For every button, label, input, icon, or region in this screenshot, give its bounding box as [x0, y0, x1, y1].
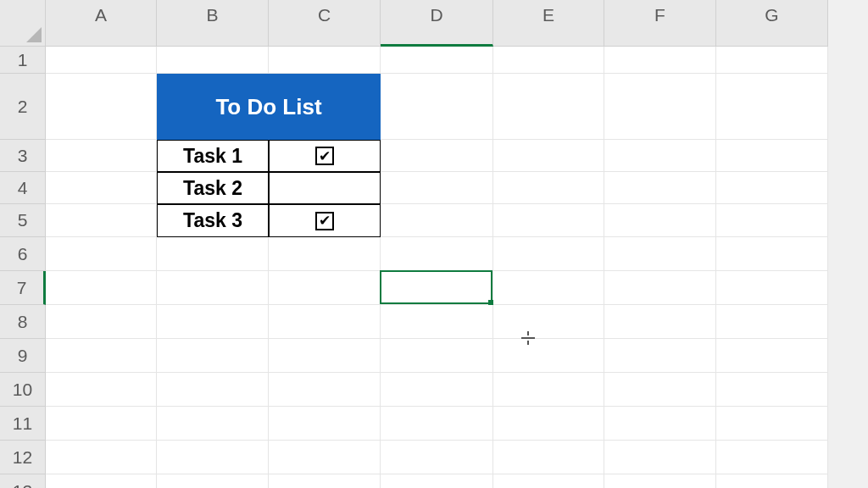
task-label[interactable]: Task 1: [157, 140, 269, 172]
task-label[interactable]: Task 2: [157, 172, 269, 204]
row-header-12[interactable]: 12: [0, 441, 46, 474]
cell-F1[interactable]: [604, 47, 716, 74]
col-header-A[interactable]: A: [46, 0, 157, 47]
cell-C1[interactable]: [269, 47, 381, 74]
cell-G2[interactable]: [716, 74, 828, 140]
cell-B11[interactable]: [157, 407, 269, 441]
cell-F4[interactable]: [604, 172, 716, 204]
cell-D7[interactable]: [381, 271, 493, 305]
cell-A13[interactable]: [46, 474, 157, 488]
cell-D9[interactable]: [381, 339, 493, 373]
cell-D8[interactable]: [381, 305, 493, 339]
cell-E11[interactable]: [493, 407, 604, 441]
cell-B7[interactable]: [157, 271, 269, 305]
cell-F2[interactable]: [604, 74, 716, 140]
cell-B8[interactable]: [157, 305, 269, 339]
cell-F9[interactable]: [604, 339, 716, 373]
cell-A7[interactable]: [46, 271, 157, 305]
row-header-5[interactable]: 5: [0, 204, 46, 237]
cell-A6[interactable]: [46, 237, 157, 271]
cell-C10[interactable]: [269, 373, 381, 407]
cell-A9[interactable]: [46, 339, 157, 373]
cell-C13[interactable]: [269, 474, 381, 488]
cell-C11[interactable]: [269, 407, 381, 441]
cell-D6[interactable]: [381, 237, 493, 271]
cell-A10[interactable]: [46, 373, 157, 407]
cell-E9[interactable]: [493, 339, 604, 373]
cell-A5[interactable]: [46, 204, 157, 237]
cell-D4[interactable]: [381, 172, 493, 204]
cell-F7[interactable]: [604, 271, 716, 305]
task-check-cell[interactable]: [269, 172, 381, 204]
cell-B10[interactable]: [157, 373, 269, 407]
cell-F11[interactable]: [604, 407, 716, 441]
col-header-G[interactable]: G: [716, 0, 828, 47]
cell-E13[interactable]: [493, 474, 604, 488]
cell-G9[interactable]: [716, 339, 828, 373]
row-header-10[interactable]: 10: [0, 373, 46, 407]
cell-E2[interactable]: [493, 74, 604, 140]
cell-E7[interactable]: [493, 271, 604, 305]
cell-F6[interactable]: [604, 237, 716, 271]
cell-B1[interactable]: [157, 47, 269, 74]
cell-F3[interactable]: [604, 140, 716, 172]
row-header-6[interactable]: 6: [0, 237, 46, 271]
cell-B12[interactable]: [157, 441, 269, 474]
row-header-11[interactable]: 11: [0, 407, 46, 441]
task-check-cell[interactable]: ✔: [269, 140, 381, 172]
task-label[interactable]: Task 3: [157, 204, 269, 237]
col-header-B[interactable]: B: [157, 0, 269, 47]
cell-A3[interactable]: [46, 140, 157, 172]
cell-C12[interactable]: [269, 441, 381, 474]
cell-E3[interactable]: [493, 140, 604, 172]
cell-A12[interactable]: [46, 441, 157, 474]
cell-B9[interactable]: [157, 339, 269, 373]
task-check-cell[interactable]: ✔: [269, 204, 381, 237]
todo-title[interactable]: To Do List: [157, 74, 381, 140]
cell-E12[interactable]: [493, 441, 604, 474]
cell-G6[interactable]: [716, 237, 828, 271]
row-header-1[interactable]: 1: [0, 47, 46, 74]
cell-E6[interactable]: [493, 237, 604, 271]
row-header-13[interactable]: 13: [0, 474, 46, 488]
cell-B6[interactable]: [157, 237, 269, 271]
row-header-7[interactable]: 7: [0, 271, 46, 305]
cell-G3[interactable]: [716, 140, 828, 172]
cell-D11[interactable]: [381, 407, 493, 441]
cell-C8[interactable]: [269, 305, 381, 339]
cell-D3[interactable]: [381, 140, 493, 172]
cell-D13[interactable]: [381, 474, 493, 488]
cell-A4[interactable]: [46, 172, 157, 204]
cell-G11[interactable]: [716, 407, 828, 441]
cell-G12[interactable]: [716, 441, 828, 474]
select-all-corner[interactable]: [0, 0, 46, 47]
cell-E10[interactable]: [493, 373, 604, 407]
cell-D5[interactable]: [381, 204, 493, 237]
cell-D1[interactable]: [381, 47, 493, 74]
cell-C6[interactable]: [269, 237, 381, 271]
cell-D12[interactable]: [381, 441, 493, 474]
cell-F12[interactable]: [604, 441, 716, 474]
row-header-2[interactable]: 2: [0, 74, 46, 140]
cell-D10[interactable]: [381, 373, 493, 407]
col-header-D[interactable]: D: [381, 0, 493, 47]
cell-G7[interactable]: [716, 271, 828, 305]
cell-C9[interactable]: [269, 339, 381, 373]
col-header-E[interactable]: E: [493, 0, 604, 47]
checkbox-icon[interactable]: ✔: [315, 147, 334, 165]
cell-G10[interactable]: [716, 373, 828, 407]
cell-A2[interactable]: [46, 74, 157, 140]
cell-E4[interactable]: [493, 172, 604, 204]
cell-B13[interactable]: [157, 474, 269, 488]
cell-G4[interactable]: [716, 172, 828, 204]
cell-E5[interactable]: [493, 204, 604, 237]
cell-G13[interactable]: [716, 474, 828, 488]
row-header-3[interactable]: 3: [0, 140, 46, 172]
cell-F5[interactable]: [604, 204, 716, 237]
cell-G8[interactable]: [716, 305, 828, 339]
row-header-4[interactable]: 4: [0, 172, 46, 204]
cell-E8[interactable]: [493, 305, 604, 339]
col-header-F[interactable]: F: [604, 0, 716, 47]
row-header-9[interactable]: 9: [0, 339, 46, 373]
cell-D2[interactable]: [381, 74, 493, 140]
